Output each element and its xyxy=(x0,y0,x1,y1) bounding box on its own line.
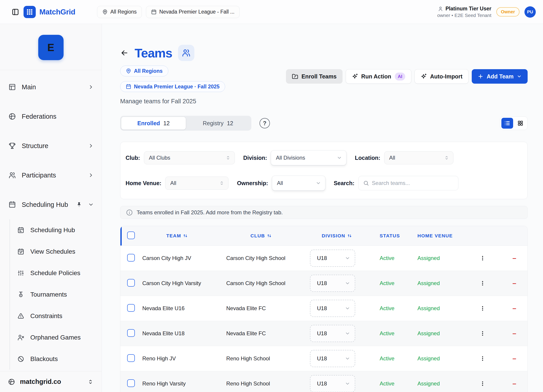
sidebar-subitem-tournaments[interactable]: Tournaments xyxy=(10,284,102,305)
ellipsis-vertical-icon xyxy=(480,305,486,311)
remove-indicator[interactable]: – xyxy=(508,304,516,312)
users-icon xyxy=(9,171,16,179)
row-checkbox[interactable] xyxy=(127,279,135,287)
sidebar-subitem-scheduling-hub[interactable]: Scheduling Hub xyxy=(10,219,102,241)
sidebar-item-label: Participants xyxy=(22,171,56,179)
row-menu-button[interactable] xyxy=(478,304,487,313)
help-icon[interactable] xyxy=(260,118,270,128)
ellipsis-vertical-icon xyxy=(480,331,486,336)
sidebar-subitem-schedule-policies[interactable]: Schedule Policies xyxy=(10,262,102,284)
tenant-switcher[interactable]: matchgrid.co xyxy=(0,371,102,392)
home-venue-filter-select[interactable]: All xyxy=(165,177,228,190)
column-header-club[interactable]: CLUB xyxy=(226,233,310,238)
avatar[interactable]: PU xyxy=(525,6,536,18)
page-title: Teams xyxy=(135,46,172,60)
org-avatar[interactable]: E xyxy=(38,35,64,60)
division-filter-select[interactable]: All Divisions xyxy=(271,150,346,165)
ellipsis-vertical-icon xyxy=(480,255,486,261)
ai-badge: AI xyxy=(395,72,405,80)
remove-indicator[interactable]: – xyxy=(508,380,516,387)
remove-indicator[interactable]: – xyxy=(508,330,516,337)
division-select[interactable]: U18 xyxy=(310,350,355,367)
sidebar-subitem-orphaned-games[interactable]: Orphaned Games xyxy=(10,327,102,348)
row-menu-button[interactable] xyxy=(478,354,487,363)
select-all-checkbox[interactable] xyxy=(127,232,135,239)
sidebar-item-participants[interactable]: Participants xyxy=(0,160,102,190)
row-menu-button[interactable] xyxy=(478,279,487,287)
column-header-division[interactable]: DIVISION xyxy=(310,233,380,238)
division-select[interactable]: U18 xyxy=(310,250,355,267)
league-pill-label: Nevada Premier League · Fall 2025 xyxy=(134,84,220,90)
row-checkbox[interactable] xyxy=(127,354,135,362)
auto-import-button[interactable]: Auto-Import xyxy=(414,69,469,84)
sidebar-subitem-blackouts[interactable]: Blackouts xyxy=(10,348,102,370)
brand[interactable]: MatchGrid xyxy=(23,6,75,18)
division-select[interactable]: U18 xyxy=(310,375,355,392)
row-menu-button[interactable] xyxy=(478,329,487,338)
division-select[interactable]: U18 xyxy=(310,300,355,317)
remove-indicator[interactable]: – xyxy=(508,355,516,362)
grid-view-button[interactable] xyxy=(515,118,526,129)
tabs-row: Enrolled 12 Registry 12 xyxy=(120,116,528,131)
calendar-icon xyxy=(151,9,157,15)
league-pill[interactable]: Nevada Premier League · Fall 2025 xyxy=(120,81,225,92)
remove-indicator[interactable]: – xyxy=(508,279,516,287)
remove-indicator[interactable]: – xyxy=(508,254,516,262)
row-checkbox[interactable] xyxy=(127,379,135,387)
division-select[interactable]: U18 xyxy=(310,275,355,292)
division-select[interactable]: U18 xyxy=(310,325,355,342)
club-name: Carson City High School xyxy=(226,280,310,287)
team-name: Reno High Varsity xyxy=(142,381,226,387)
arrow-left-icon xyxy=(120,49,129,57)
sidebar-subitem-label: View Schedules xyxy=(30,248,75,255)
sidebar-item-label: Structure xyxy=(22,142,48,150)
chevron-down-icon xyxy=(345,281,350,286)
chevrons-up-down-icon xyxy=(226,155,231,160)
tab-group: Enrolled 12 Registry 12 xyxy=(120,116,251,131)
club-filter-label: Club: xyxy=(125,155,140,161)
sidebar-subitem-constraints[interactable]: Constraints xyxy=(10,305,102,327)
sidebar-toggle-button[interactable] xyxy=(10,7,20,17)
chevrons-up-down-icon xyxy=(219,181,224,186)
sidebar-subitem-view-schedules[interactable]: View Schedules xyxy=(10,241,102,262)
tab-enrolled[interactable]: Enrolled 12 xyxy=(121,117,186,130)
back-button[interactable] xyxy=(120,49,129,57)
pushpin-icon[interactable] xyxy=(76,202,82,208)
row-checkbox[interactable] xyxy=(127,304,135,312)
search-input[interactable] xyxy=(372,180,454,186)
sidebar-item-federations[interactable]: Federations xyxy=(0,102,102,131)
scheduling-hub-sublist: Scheduling Hub View Schedules Schedule P… xyxy=(10,219,102,370)
ownership-filter-select[interactable]: All xyxy=(272,176,325,191)
row-checkbox[interactable] xyxy=(127,329,135,337)
add-team-button[interactable]: Add Team xyxy=(472,69,528,84)
enroll-teams-button[interactable]: Enroll Teams xyxy=(286,69,342,84)
division-value: U18 xyxy=(317,255,327,261)
column-header-team[interactable]: TEAM xyxy=(142,233,226,238)
row-menu-button[interactable] xyxy=(478,379,487,388)
sidebar-item-scheduling-hub[interactable]: Scheduling Hub xyxy=(0,190,102,219)
region-selector-button[interactable]: All Regions xyxy=(97,6,142,18)
team-name: Reno High JV xyxy=(142,355,226,362)
sidebar-subitem-label: Tournaments xyxy=(30,291,67,298)
club-filter-select[interactable]: All Clubs xyxy=(144,151,235,164)
tab-registry[interactable]: Registry 12 xyxy=(186,117,250,130)
division-filter-label: Division: xyxy=(243,155,267,161)
list-view-button[interactable] xyxy=(501,118,513,129)
region-pill[interactable]: All Regions xyxy=(120,66,168,76)
club-filter-value: All Clubs xyxy=(149,155,170,161)
division-value: U18 xyxy=(317,280,327,287)
row-checkbox[interactable] xyxy=(127,254,135,262)
league-selector-button[interactable]: Nevada Premier League - Fall ... xyxy=(146,6,240,18)
sidebar: E Main Federations Structure Participant… xyxy=(0,24,102,392)
location-filter-select[interactable]: All xyxy=(384,151,453,164)
chevron-down-icon xyxy=(345,331,350,336)
info-banner: Teams enrolled in Fall 2025. Add more fr… xyxy=(120,206,528,219)
sidebar-item-structure[interactable]: Structure xyxy=(0,131,102,160)
run-action-button[interactable]: Run Action AI xyxy=(346,69,411,84)
calendar-icon xyxy=(9,201,16,208)
calendar-icon xyxy=(17,227,24,233)
sidebar-subitem-label: Schedule Policies xyxy=(30,270,80,277)
row-menu-button[interactable] xyxy=(478,254,487,262)
chevron-right-icon xyxy=(88,84,94,90)
sidebar-item-main[interactable]: Main xyxy=(0,72,102,102)
